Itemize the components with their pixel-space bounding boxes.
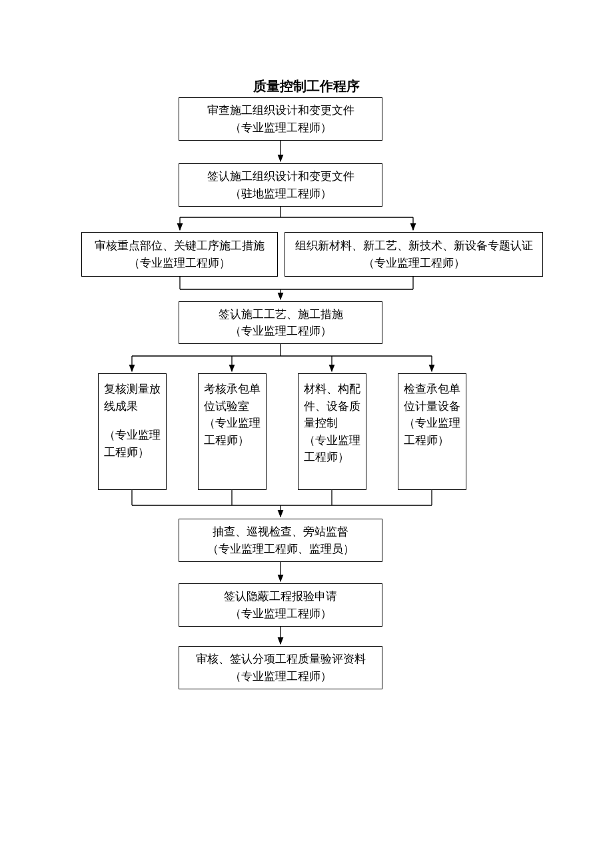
node-review-subitem: 审核、签认分项工程质量验评资料 （专业监理工程师） [179,646,382,689]
node-hidden-work: 签认隐蔽工程报验申请 （专业监理工程师） [179,583,382,627]
node-text: 复核测量放线成果 [104,381,161,415]
node-text: 组织新材料、新工艺、新技术、新设备专题认证 [295,237,533,255]
node-role: （专业监理工程师） [204,415,261,449]
node-assess-lab: 考核承包单位试验室 （专业监理工程师） [198,373,267,490]
node-role: （专业监理工程师、监理员） [207,541,354,558]
node-check-equipment: 检查承包单位计量设备 （专业监理工程师） [398,373,466,490]
node-approve-technique: 签认施工工艺、施工措施 （专业监理工程师） [179,301,382,344]
node-text: 签认施工工艺、施工措施 [219,306,343,323]
node-role: （专业监理工程师） [104,427,161,461]
node-role: （专业监理工程师） [230,668,332,685]
node-text: 考核承包单位试验室 [204,381,261,415]
node-text: 签认施工组织设计和变更文件 [207,168,354,185]
node-organize-certification: 组织新材料、新工艺、新技术、新设备专题认证 （专业监理工程师） [285,232,543,277]
node-text: 签认隐蔽工程报验申请 [224,588,337,605]
node-recheck-measure: 复核测量放线成果 （专业监理工程师） [98,373,167,490]
node-review-design: 审查施工组织设计和变更文件 （专业监理工程师） [179,97,382,141]
node-approve-design: 签认施工组织设计和变更文件 （驻地监理工程师） [179,163,382,207]
node-material-control: 材料、构配件、设备质量控制 （专业监理工程师） [298,373,366,490]
node-text: 抽查、巡视检查、旁站监督 [213,523,348,541]
node-role: （专业监理工程师） [304,432,360,466]
node-role: （专业监理工程师） [230,119,332,137]
node-text: 材料、构配件、设备质量控制 [304,381,360,432]
node-role: （专业监理工程师） [230,605,332,623]
node-text: 审核、签认分项工程质量验评资料 [196,651,366,668]
node-review-key-parts: 审核重点部位、关键工序施工措施 （专业监理工程师） [81,232,278,277]
node-inspection: 抽查、巡视检查、旁站监督 （专业监理工程师、监理员） [179,519,382,562]
node-role: （专业监理工程师） [363,255,465,272]
diagram-title: 质量控制工作程序 [0,77,613,95]
node-role: （专业监理工程师） [230,323,332,340]
node-role: （专业监理工程师） [129,255,231,272]
node-text: 审核重点部位、关键工序施工措施 [95,237,265,255]
node-text: 审查施工组织设计和变更文件 [207,102,354,119]
node-role: （专业监理工程师） [404,415,460,449]
node-role: （驻地监理工程师） [230,185,332,203]
node-text: 检查承包单位计量设备 [404,381,460,415]
